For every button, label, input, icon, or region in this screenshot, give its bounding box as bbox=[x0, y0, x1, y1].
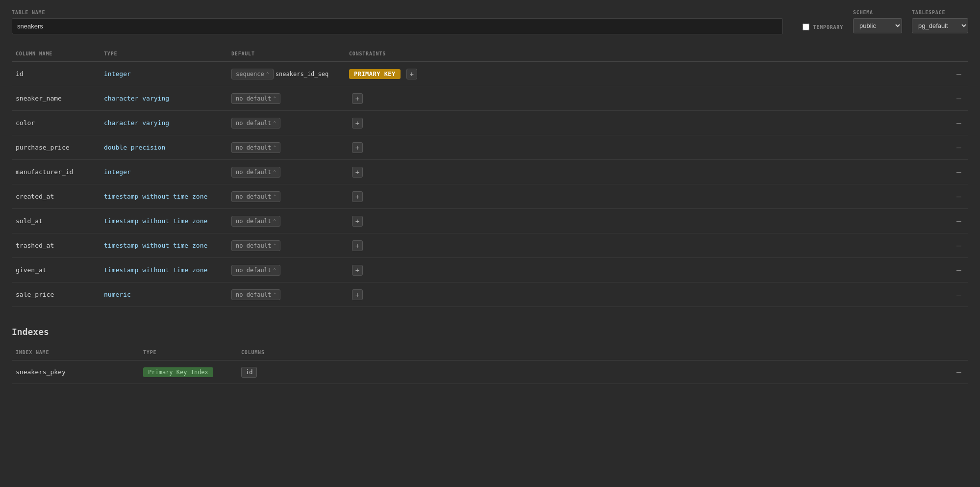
column-type-cell: character varying bbox=[100, 117, 227, 128]
column-type-cell: timestamp without time zone bbox=[100, 215, 227, 227]
table-row: created_attimestamp without time zoneno … bbox=[12, 184, 968, 209]
no-default-badge[interactable]: no default ⌃ bbox=[231, 167, 280, 178]
add-constraint-button[interactable]: + bbox=[352, 240, 363, 251]
constraints-cell: + bbox=[345, 287, 949, 302]
remove-cell: — bbox=[949, 67, 968, 80]
column-type-cell: character varying bbox=[100, 93, 227, 104]
column-type-cell: double precision bbox=[100, 142, 227, 153]
column-name-cell: color bbox=[12, 117, 100, 128]
chevron-icon: ⌃ bbox=[266, 71, 269, 77]
add-constraint-button[interactable]: + bbox=[352, 191, 363, 202]
col-header-default: DEFAULT bbox=[227, 49, 345, 58]
table-row: idintegersequence ⌃sneakers_id_seqPRIMAR… bbox=[12, 62, 968, 86]
constraints-cell: + bbox=[345, 214, 949, 229]
column-type-cell: timestamp without time zone bbox=[100, 240, 227, 251]
remove-index-button[interactable]: — bbox=[953, 367, 965, 377]
remove-column-button[interactable]: — bbox=[953, 94, 965, 103]
indexes-section: Indexes INDEX NAME TYPE COLUMNS sneakers… bbox=[12, 327, 968, 384]
index-name-cell: sneakers_pkey bbox=[12, 366, 139, 378]
add-constraint-button[interactable]: + bbox=[352, 265, 363, 276]
no-default-badge[interactable]: no default ⌃ bbox=[231, 240, 280, 251]
chevron-icon: ⌃ bbox=[273, 194, 276, 199]
remove-column-button[interactable]: — bbox=[953, 118, 965, 128]
table-row: purchase_pricedouble precisionno default… bbox=[12, 135, 968, 160]
remove-column-button[interactable]: — bbox=[953, 241, 965, 250]
column-name-cell: sale_price bbox=[12, 289, 100, 300]
column-default-cell: no default ⌃ bbox=[227, 116, 345, 130]
add-constraint-button[interactable]: + bbox=[352, 167, 363, 178]
column-type-cell: timestamp without time zone bbox=[100, 191, 227, 202]
chevron-icon: ⌃ bbox=[273, 145, 276, 150]
no-default-badge[interactable]: no default ⌃ bbox=[231, 265, 280, 276]
add-constraint-button[interactable]: + bbox=[352, 216, 363, 227]
column-default-cell: no default ⌃ bbox=[227, 263, 345, 278]
table-name-label: TABLE NAME bbox=[12, 10, 783, 15]
remove-column-button[interactable]: — bbox=[953, 69, 965, 78]
remove-column-button[interactable]: — bbox=[953, 265, 965, 275]
add-constraint-button[interactable]: + bbox=[352, 93, 363, 104]
no-default-badge[interactable]: no default ⌃ bbox=[231, 118, 280, 128]
add-constraint-button[interactable]: + bbox=[406, 69, 417, 79]
remove-column-button[interactable]: — bbox=[953, 216, 965, 226]
column-default-cell: no default ⌃ bbox=[227, 238, 345, 253]
index-col-type: TYPE bbox=[139, 348, 237, 357]
index-type-cell: Primary Key Index bbox=[139, 365, 237, 379]
constraints-cell: PRIMARY KEY+ bbox=[345, 67, 949, 81]
table-row: manufacturer_idintegerno default ⌃+— bbox=[12, 160, 968, 184]
columns-list: idintegersequence ⌃sneakers_id_seqPRIMAR… bbox=[12, 62, 968, 307]
col-header-constraints: CONSTRAINTS bbox=[345, 49, 949, 58]
tablespace-group: TABLESPACE pg_default bbox=[912, 10, 968, 33]
column-default-cell: no default ⌃ bbox=[227, 189, 345, 204]
chevron-icon: ⌃ bbox=[273, 120, 276, 126]
remove-column-button[interactable]: — bbox=[953, 290, 965, 299]
schema-group: SCHEMA public bbox=[853, 10, 902, 33]
remove-cell: — bbox=[949, 141, 968, 154]
col-header-actions bbox=[949, 49, 968, 58]
constraints-cell: + bbox=[345, 189, 949, 204]
column-name-cell: id bbox=[12, 68, 100, 79]
schema-select[interactable]: public bbox=[853, 18, 902, 33]
table-name-input[interactable] bbox=[12, 18, 783, 34]
index-columns-cell: id bbox=[237, 365, 949, 380]
constraints-cell: + bbox=[345, 116, 949, 130]
column-type-cell: integer bbox=[100, 68, 227, 79]
indexes-list: sneakers_pkeyPrimary Key Indexid— bbox=[12, 360, 968, 384]
col-header-name: COLUMN NAME bbox=[12, 49, 100, 58]
sequence-badge[interactable]: sequence ⌃ bbox=[231, 69, 274, 79]
column-default-cell: no default ⌃ bbox=[227, 140, 345, 155]
temporary-group: Temporary bbox=[803, 24, 843, 30]
remove-column-button[interactable]: — bbox=[953, 143, 965, 152]
column-default-cell: sequence ⌃sneakers_id_seq bbox=[227, 67, 345, 81]
add-constraint-button[interactable]: + bbox=[352, 142, 363, 153]
no-default-badge[interactable]: no default ⌃ bbox=[231, 289, 280, 300]
remove-cell: — bbox=[949, 288, 968, 301]
index-column-badge: id bbox=[241, 367, 257, 378]
chevron-icon: ⌃ bbox=[273, 169, 276, 175]
no-default-badge[interactable]: no default ⌃ bbox=[231, 216, 280, 227]
temporary-checkbox[interactable] bbox=[803, 24, 809, 30]
no-default-badge[interactable]: no default ⌃ bbox=[231, 191, 280, 202]
table-row: sale_pricenumericno default ⌃+— bbox=[12, 282, 968, 307]
remove-cell: — bbox=[949, 92, 968, 105]
index-col-actions bbox=[949, 348, 968, 357]
remove-column-button[interactable]: — bbox=[953, 167, 965, 177]
column-name-cell: manufacturer_id bbox=[12, 166, 100, 178]
tablespace-select[interactable]: pg_default bbox=[912, 18, 968, 33]
column-default-cell: no default ⌃ bbox=[227, 287, 345, 302]
table-name-group: TABLE NAME bbox=[12, 10, 783, 34]
column-name-cell: created_at bbox=[12, 191, 100, 202]
remove-cell: — bbox=[949, 165, 968, 179]
remove-column-button[interactable]: — bbox=[953, 192, 965, 201]
column-default-cell: no default ⌃ bbox=[227, 214, 345, 229]
columns-header: COLUMN NAME TYPE DEFAULT CONSTRAINTS bbox=[12, 46, 968, 62]
no-default-badge[interactable]: no default ⌃ bbox=[231, 142, 280, 153]
chevron-icon: ⌃ bbox=[273, 218, 276, 224]
add-constraint-button[interactable]: + bbox=[352, 118, 363, 128]
indexes-header: INDEX NAME TYPE COLUMNS bbox=[12, 345, 968, 360]
tablespace-label: TABLESPACE bbox=[912, 10, 968, 15]
no-default-badge[interactable]: no default ⌃ bbox=[231, 93, 280, 104]
add-constraint-button[interactable]: + bbox=[352, 289, 363, 300]
remove-cell: — bbox=[949, 263, 968, 277]
index-row: sneakers_pkeyPrimary Key Indexid— bbox=[12, 360, 968, 384]
column-name-cell: given_at bbox=[12, 264, 100, 276]
